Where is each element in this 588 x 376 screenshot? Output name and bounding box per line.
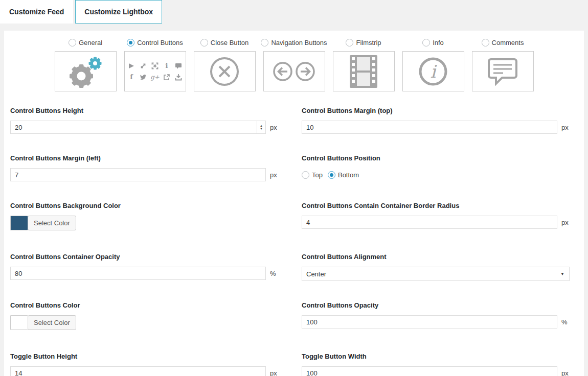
control-buttons-iconbox[interactable]: i f g+ bbox=[124, 51, 186, 91]
unit-suffix: px bbox=[270, 124, 278, 131]
field-control-buttons-opacity: Control Buttons Opacity % bbox=[302, 301, 570, 332]
field-control-buttons-position: Control Buttons Position Top Bottom bbox=[302, 154, 570, 181]
tab-bar: Customize Feed Customize Lightbox bbox=[0, 0, 588, 24]
external-link-icon bbox=[163, 74, 170, 81]
tab-customize-lightbox[interactable]: Customize Lightbox bbox=[75, 0, 162, 24]
alignment-select[interactable]: Center bbox=[302, 267, 570, 281]
control-buttons-label: Control Buttons bbox=[137, 39, 183, 46]
control-buttons-position-label: Control Buttons Position bbox=[302, 154, 570, 162]
expand-icon bbox=[140, 62, 147, 69]
general-radio[interactable] bbox=[69, 39, 76, 46]
svg-text:i: i bbox=[431, 61, 438, 82]
nav-arrows-icon bbox=[273, 61, 315, 82]
background-color-swatch bbox=[10, 216, 28, 230]
navigation-buttons-radio[interactable] bbox=[261, 39, 268, 46]
close-circle-icon bbox=[209, 56, 240, 87]
nav-item-close-button[interactable]: Close Button bbox=[194, 39, 256, 91]
control-buttons-opacity-input[interactable] bbox=[302, 315, 557, 328]
position-top-label: Top bbox=[312, 171, 323, 179]
info-mini-icon: i bbox=[166, 62, 168, 69]
close-button-iconbox[interactable] bbox=[194, 51, 256, 91]
container-opacity-label: Control Buttons Container Opacity bbox=[10, 253, 278, 261]
control-buttons-background-color-label: Control Buttons Background Color bbox=[10, 202, 278, 209]
unit-suffix: px bbox=[561, 219, 570, 226]
number-stepper[interactable]: ▲ ▼ bbox=[257, 121, 265, 133]
container-border-radius-label: Control Buttons Contain Container Border… bbox=[302, 202, 570, 209]
gears-icon bbox=[66, 55, 105, 88]
field-control-buttons-alignment: Control Buttons Alignment Center ▼ bbox=[302, 253, 570, 281]
background-color-picker: Select Color bbox=[10, 216, 76, 230]
position-top-radio[interactable] bbox=[302, 171, 309, 179]
unit-suffix: % bbox=[270, 270, 278, 277]
select-color-button[interactable]: Select Color bbox=[28, 216, 76, 230]
navigation-buttons-label: Navigation Buttons bbox=[271, 39, 327, 46]
facebook-icon: f bbox=[130, 74, 133, 81]
toggle-button-height-input[interactable] bbox=[10, 366, 266, 376]
field-container-opacity: Control Buttons Container Opacity % bbox=[10, 253, 278, 281]
field-control-buttons-margin-left: Control Buttons Margin (left) px bbox=[10, 154, 278, 181]
position-top-option[interactable]: Top bbox=[302, 171, 323, 179]
unit-suffix: px bbox=[270, 171, 278, 179]
filmstrip-icon bbox=[350, 55, 377, 88]
download-icon bbox=[175, 74, 182, 81]
control-buttons-color-label: Control Buttons Color bbox=[10, 301, 278, 309]
nav-item-comments[interactable]: Comments bbox=[472, 39, 534, 91]
position-bottom-radio[interactable] bbox=[328, 171, 335, 179]
field-control-buttons-margin-top: Control Buttons Margin (top) px bbox=[302, 107, 570, 134]
control-buttons-height-label: Control Buttons Height bbox=[10, 107, 278, 114]
unit-suffix: px bbox=[270, 369, 278, 376]
lightbox-section-nav: General bbox=[4, 39, 584, 91]
tab-customize-feed[interactable]: Customize Feed bbox=[0, 0, 73, 24]
info-circle-icon: i bbox=[418, 56, 448, 87]
select-color-button[interactable]: Select Color bbox=[28, 315, 76, 330]
control-buttons-margin-top-input[interactable] bbox=[302, 121, 557, 134]
container-opacity-input[interactable] bbox=[10, 267, 266, 280]
navigation-buttons-iconbox[interactable] bbox=[263, 51, 325, 91]
control-buttons-margin-left-input[interactable] bbox=[10, 168, 266, 181]
nav-item-control-buttons[interactable]: Control Buttons i f g+ bbox=[124, 39, 186, 91]
toggle-button-height-label: Toggle Button Height bbox=[10, 353, 278, 360]
nav-item-general[interactable]: General bbox=[55, 39, 117, 91]
play-icon bbox=[128, 62, 135, 69]
nav-item-navigation-buttons[interactable]: Navigation Buttons bbox=[263, 39, 325, 91]
stepper-down-icon[interactable]: ▼ bbox=[260, 127, 263, 130]
toggle-button-width-input[interactable] bbox=[302, 366, 557, 376]
comment-bubble-icon bbox=[487, 57, 518, 86]
unit-suffix: px bbox=[561, 369, 570, 376]
control-buttons-alignment-label: Control Buttons Alignment bbox=[302, 253, 570, 261]
comments-label: Comments bbox=[492, 39, 524, 46]
container-border-radius-input[interactable] bbox=[302, 216, 557, 229]
control-buttons-height-input[interactable] bbox=[10, 121, 266, 134]
filmstrip-radio[interactable] bbox=[346, 39, 353, 46]
unit-suffix: % bbox=[561, 318, 570, 326]
position-bottom-option[interactable]: Bottom bbox=[328, 171, 359, 179]
control-buttons-position-group: Top Bottom bbox=[302, 168, 570, 181]
nav-item-filmstrip[interactable]: Filmstrip bbox=[333, 39, 395, 91]
field-control-buttons-color: Control Buttons Color Select Color bbox=[10, 301, 278, 332]
unit-suffix: px bbox=[561, 124, 570, 131]
general-label: General bbox=[79, 39, 102, 46]
field-control-buttons-height: Control Buttons Height ▲ ▼ px bbox=[10, 107, 278, 134]
googleplus-icon: g+ bbox=[150, 74, 160, 81]
filmstrip-iconbox[interactable] bbox=[333, 51, 395, 91]
info-radio[interactable] bbox=[422, 39, 430, 46]
control-buttons-settings-form: Control Buttons Height ▲ ▼ px Control Bu… bbox=[4, 99, 584, 376]
fullscreen-icon bbox=[151, 62, 159, 69]
general-iconbox[interactable] bbox=[55, 51, 117, 91]
comment-mini-icon bbox=[175, 62, 182, 69]
field-control-buttons-background-color: Control Buttons Background Color Select … bbox=[10, 202, 278, 232]
nav-item-info[interactable]: Info i bbox=[402, 39, 464, 91]
buttons-color-swatch bbox=[10, 315, 28, 330]
control-buttons-margin-top-label: Control Buttons Margin (top) bbox=[302, 107, 570, 114]
twitter-icon bbox=[140, 74, 147, 81]
info-label: Info bbox=[433, 39, 444, 46]
info-iconbox[interactable]: i bbox=[402, 51, 464, 91]
toggle-button-width-label: Toggle Button Width bbox=[302, 353, 570, 360]
control-buttons-margin-left-label: Control Buttons Margin (left) bbox=[10, 154, 278, 162]
control-buttons-radio[interactable] bbox=[127, 39, 134, 46]
field-toggle-button-width: Toggle Button Width px bbox=[302, 353, 570, 376]
close-button-radio[interactable] bbox=[200, 39, 208, 46]
filmstrip-label: Filmstrip bbox=[356, 39, 381, 46]
comments-radio[interactable] bbox=[482, 39, 489, 46]
comments-iconbox[interactable] bbox=[472, 51, 534, 91]
